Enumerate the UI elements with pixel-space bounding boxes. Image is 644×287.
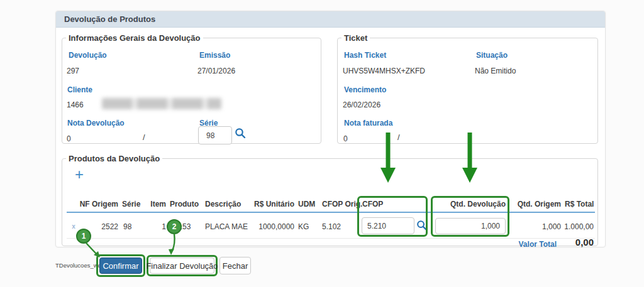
- qtd-devolucao-input[interactable]: [435, 218, 506, 234]
- add-product-icon[interactable]: +: [75, 168, 84, 181]
- row-divider: [67, 238, 595, 239]
- valor-total-label: Valor Total: [496, 240, 557, 249]
- col-descricao: Descrição: [205, 200, 249, 208]
- col-udm: UDM: [298, 200, 321, 208]
- serie-search-icon[interactable]: [235, 127, 246, 139]
- general-info-legend: Informações Gerais da Devolução: [66, 33, 203, 43]
- cliente-code: 1466: [67, 100, 84, 109]
- situacao-value: Não Emitido: [475, 67, 516, 75]
- general-info-section: Informações Gerais da Devolução Devoluçã…: [62, 33, 321, 144]
- col-qtd-origem: Qtd. Origem: [514, 200, 561, 208]
- cell-udm: KG: [298, 217, 321, 236]
- vencimento-value: 26/02/2026: [343, 100, 380, 109]
- col-unitario: R$ Unitário: [253, 200, 294, 208]
- col-total: R$ Total: [565, 200, 594, 208]
- cfop-input[interactable]: [362, 217, 414, 234]
- cell-cfop-orig: 5.102: [322, 217, 360, 236]
- products-section: Produtos da Devolução + NF Origem Série …: [62, 154, 598, 246]
- table-header-rule: [67, 212, 595, 213]
- nota-devolucao-label: Nota Devolução: [67, 119, 125, 127]
- emissao-value: 27/01/2026: [197, 67, 235, 75]
- nota-faturada-separator: /: [397, 133, 400, 142]
- confirm-button[interactable]: Confirmar: [99, 257, 142, 274]
- cliente-name-redacted: [102, 98, 221, 109]
- ticket-legend: Ticket: [341, 33, 370, 43]
- devolucao-window: Devolução de Produtos Informações Gerais…: [55, 11, 606, 247]
- finalize-devolucao-button[interactable]: Finalizar Devolução: [150, 257, 214, 274]
- cell-qtd-origem: 1,000: [514, 217, 561, 236]
- col-cfop-orig: CFOP Orig.: [322, 200, 360, 208]
- devolucao-value: 297: [67, 67, 79, 75]
- close-button[interactable]: Fechar: [219, 257, 251, 274]
- situacao-label: Situação: [476, 51, 508, 60]
- col-produto: Produto: [170, 200, 201, 208]
- nota-faturada-value: 0: [343, 134, 348, 143]
- cell-nf-origem: 2522: [79, 217, 118, 236]
- cell-unitario: 1000,0000: [253, 217, 294, 236]
- delete-row-icon[interactable]: x: [69, 217, 78, 236]
- col-nf-origem: NF Origem: [79, 200, 118, 208]
- cliente-label: Cliente: [67, 85, 92, 94]
- serie-input[interactable]: [198, 126, 232, 144]
- valor-total-value: 0,00: [561, 237, 594, 247]
- col-qtd-devolucao: Qtd. Devolução: [436, 200, 506, 208]
- col-serie: Série: [122, 200, 147, 208]
- ticket-section: Ticket Hash Ticket UHVS5W4MHSX+ZKFD Situ…: [337, 33, 598, 144]
- hash-ticket-value: UHVS5W4MHSX+ZKFD: [343, 67, 425, 75]
- nota-devolucao-value: 0: [67, 134, 71, 143]
- window-title-bar: Devolução de Produtos: [56, 11, 605, 28]
- col-item: Item: [145, 200, 166, 208]
- devolucao-label: Devolução: [69, 51, 107, 60]
- vencimento-label: Vencimento: [344, 85, 386, 94]
- cell-total: 1.000,00: [564, 217, 594, 236]
- col-cfop: CFOP: [362, 200, 400, 208]
- window-title: Devolução de Produtos: [64, 14, 155, 24]
- products-legend: Produtos da Devolução: [66, 154, 162, 163]
- cell-produto: 50153: [170, 217, 201, 236]
- hash-ticket-label: Hash Ticket: [344, 51, 386, 60]
- cfop-search-icon[interactable]: [416, 220, 427, 230]
- confirm-highlight-box: Confirmar: [96, 254, 145, 277]
- cell-item: 1: [145, 217, 166, 236]
- nota-faturada-label: Nota faturada: [344, 119, 392, 127]
- finalize-highlight-box: Finalizar Devolução: [147, 255, 218, 276]
- cell-descricao: PLACA MAE: [205, 217, 255, 236]
- emissao-label: Emissão: [199, 51, 230, 60]
- nota-devolucao-separator: /: [143, 133, 145, 142]
